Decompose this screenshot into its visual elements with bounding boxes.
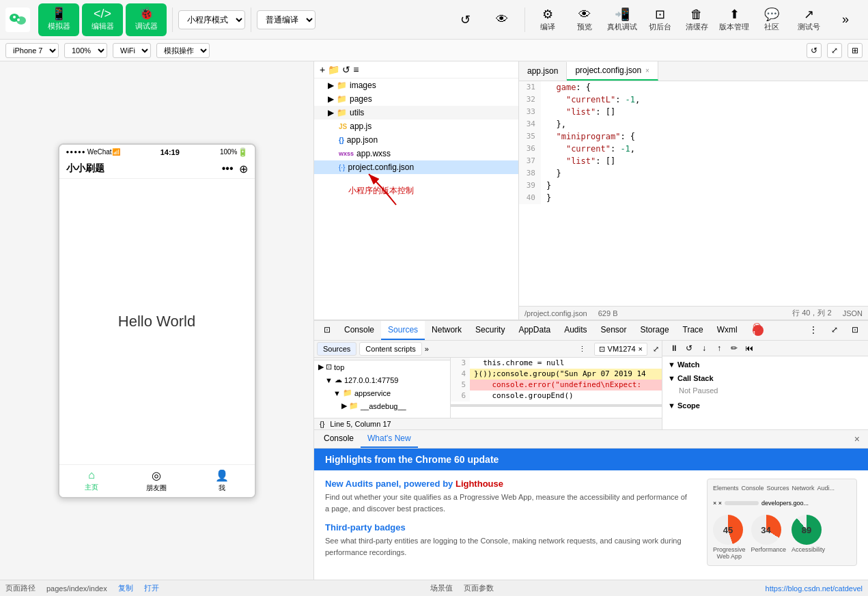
tree-appservice-arrow: ▼: [333, 389, 341, 397]
zoom-select[interactable]: 100%: [64, 43, 107, 58]
resume-btn[interactable]: ↺: [683, 342, 695, 354]
devtools-tab-network[interactable]: Network: [425, 321, 468, 340]
devtools-tab-sources[interactable]: Sources: [381, 321, 425, 340]
tree-appservice[interactable]: ▼ 📁 appservice: [314, 386, 450, 399]
sources-options-btn[interactable]: ⋮: [578, 345, 586, 354]
whats-new-tab[interactable]: What's New: [361, 430, 418, 448]
add-folder-btn[interactable]: 📁: [328, 64, 339, 75]
copy-btn[interactable]: 复制: [118, 583, 133, 593]
folder-pages-icon: 📁: [337, 94, 347, 104]
version-btn[interactable]: ⬆ 版本管理: [716, 4, 752, 35]
code-view[interactable]: 3 this.chrome = null 4 }());console.grou…: [451, 358, 662, 418]
expand-btn[interactable]: ⊞: [848, 43, 863, 58]
debugger-btn[interactable]: 🐞 调试器: [126, 3, 167, 36]
dots-icon[interactable]: ⊕: [239, 162, 248, 175]
clean-btn[interactable]: 🗑 清缓存: [680, 5, 714, 35]
preview-eye-btn[interactable]: 👁: [485, 10, 519, 29]
folder-icon: 📁: [337, 81, 347, 90]
devtools-tab-audits[interactable]: Audits: [557, 321, 593, 340]
more-icon: »: [842, 12, 849, 27]
compile-icon: ⚙: [542, 7, 553, 22]
blog-url[interactable]: https://blog.csdn.net/catdevel: [766, 584, 863, 593]
editor-btn[interactable]: </> 编辑器: [82, 3, 123, 36]
mode-select[interactable]: 小程序模式: [178, 10, 245, 29]
devtools-tab-icon[interactable]: ⊡: [317, 321, 337, 340]
step-out-btn[interactable]: ⏮: [743, 342, 755, 354]
refresh-btn[interactable]: ↺: [448, 10, 482, 30]
wifi-icon: 📶: [112, 148, 120, 156]
tab-appjson[interactable]: app.json: [519, 62, 567, 80]
devtools-expand-btn[interactable]: ⤢: [824, 321, 845, 340]
preview-btn[interactable]: 👁 预览: [568, 5, 602, 35]
devtools: ⊡ Console Sources Network Security AppDa…: [314, 320, 868, 580]
call-stack-header[interactable]: ▼ Call Stack: [668, 373, 863, 384]
phone-signal: ●●●●●: [66, 149, 86, 155]
rotate-btn[interactable]: ↺: [807, 43, 822, 58]
devtools-tab-storage[interactable]: Storage: [634, 321, 676, 340]
step-into-btn[interactable]: ↑: [713, 342, 725, 354]
vm-tab[interactable]: ⊡ VM1274 ×: [594, 343, 647, 356]
sources-tab[interactable]: Sources: [317, 342, 356, 356]
scope-header[interactable]: ▼ Scope: [668, 400, 863, 411]
tab-home[interactable]: ⌂ 主页: [59, 465, 124, 497]
devtools-tab-trace[interactable]: Trace: [676, 321, 710, 340]
network-select[interactable]: WiFi: [113, 43, 151, 58]
watch-header[interactable]: ▼ Watch: [668, 359, 863, 370]
compile-btn[interactable]: ⚙ 编译: [531, 4, 565, 35]
console-tab-bottom[interactable]: Console: [317, 430, 361, 448]
open-btn[interactable]: 打开: [144, 583, 159, 593]
refresh-tree-btn[interactable]: ↺: [342, 64, 350, 75]
vm-expand-btn[interactable]: ⤢: [653, 345, 659, 354]
simulator-btn[interactable]: 📱 模拟器: [38, 3, 79, 36]
file-appjson[interactable]: {} app.json: [314, 133, 518, 147]
test-btn[interactable]: ↗ 测试号: [792, 4, 826, 35]
close-projectconfig-btn[interactable]: ×: [645, 67, 649, 74]
collapse-btn[interactable]: ≡: [353, 64, 359, 75]
content-scripts-tab[interactable]: Content scripts: [359, 342, 421, 356]
sources-more-btn[interactable]: »: [425, 345, 429, 353]
whats-new-close-btn[interactable]: ×: [849, 431, 865, 447]
tab-friends[interactable]: ◎ 朋友圈: [124, 465, 189, 497]
folder-images[interactable]: ▶ 📁 images: [314, 79, 518, 92]
code-scroll-h[interactable]: [451, 404, 662, 407]
lighthouse-link[interactable]: Lighthouse: [456, 479, 503, 489]
devtools-tab-security[interactable]: Security: [468, 321, 512, 340]
edit-btn[interactable]: ✏: [728, 342, 740, 354]
tree-127[interactable]: ▼ ☁ 127.0.0.1:47759: [314, 373, 450, 386]
tree-asdebug[interactable]: ▶ 📁 __asdebug__: [314, 399, 450, 412]
operation-select[interactable]: 模拟操作: [156, 43, 210, 58]
file-appwxss[interactable]: wxss app.wxss: [314, 147, 518, 160]
code-content[interactable]: 31 game: { 32 "currentL": -1, 33 "list":…: [519, 81, 868, 306]
add-file-btn[interactable]: +: [320, 64, 325, 75]
tree-top[interactable]: ▶ ⊡ top: [314, 360, 450, 373]
pause-btn[interactable]: ⏸: [668, 342, 680, 354]
close-vm-btn[interactable]: ×: [639, 345, 643, 353]
menu-icon[interactable]: •••: [222, 162, 234, 175]
devtools-more-btn[interactable]: ⋮: [802, 321, 824, 340]
folder-pages[interactable]: ▶ 📁 pages: [314, 92, 518, 106]
devtools-tab-appdata[interactable]: AppData: [512, 321, 557, 340]
file-appjs[interactable]: JS app.js: [314, 119, 518, 133]
devtools-dock-btn[interactable]: ⊡: [845, 321, 865, 340]
tab-projectconfig[interactable]: project.config.json ×: [567, 61, 658, 81]
folder-utils[interactable]: ▶ 📁 utils: [314, 106, 518, 119]
devtools-sources-left: Sources Content scripts » ⋮ ⊡ VM1274 × ⤢: [314, 341, 662, 429]
community-btn[interactable]: 💬 社区: [755, 4, 789, 35]
device-select[interactable]: iPhone 7: [5, 43, 59, 58]
step-over-btn[interactable]: ↓: [698, 342, 710, 354]
devtools-tab-console[interactable]: Console: [337, 321, 381, 340]
tab-me[interactable]: 👤 我: [189, 465, 254, 497]
fullscreen-btn[interactable]: ⤢: [827, 43, 842, 58]
devtools-tab-wxml[interactable]: Wxml: [710, 321, 744, 340]
more-btn[interactable]: »: [828, 10, 863, 29]
cut-btn[interactable]: ⊡ 切后台: [643, 4, 677, 35]
file-projectconfig[interactable]: {·} project.config.json: [314, 160, 518, 174]
compile-select[interactable]: 普通编译: [257, 10, 316, 29]
devtools-tab-sensor[interactable]: Sensor: [594, 321, 634, 340]
sep2: [251, 8, 251, 32]
phone-carrier: WeChat: [87, 148, 112, 156]
real-device-btn[interactable]: 📲 真机调试: [604, 4, 640, 35]
eye-icon: 👁: [496, 12, 508, 27]
vm-icon: ⊡: [599, 345, 605, 354]
phone-title-text: 小小刷题: [66, 162, 104, 175]
